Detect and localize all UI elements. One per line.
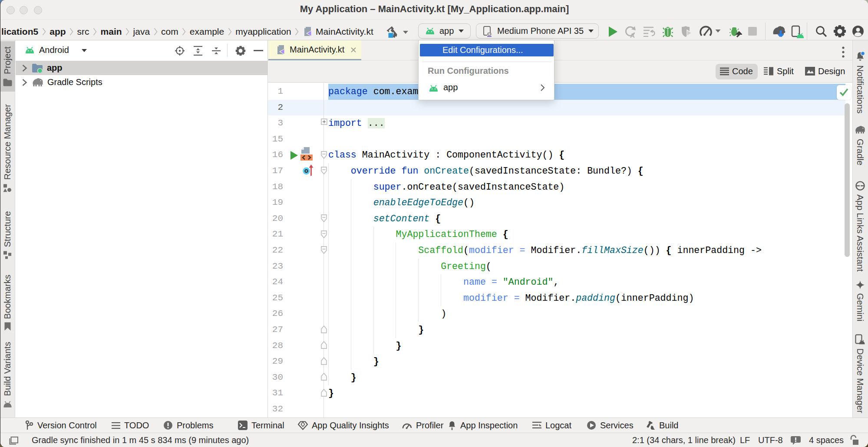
svg-text:A: A (630, 32, 635, 38)
